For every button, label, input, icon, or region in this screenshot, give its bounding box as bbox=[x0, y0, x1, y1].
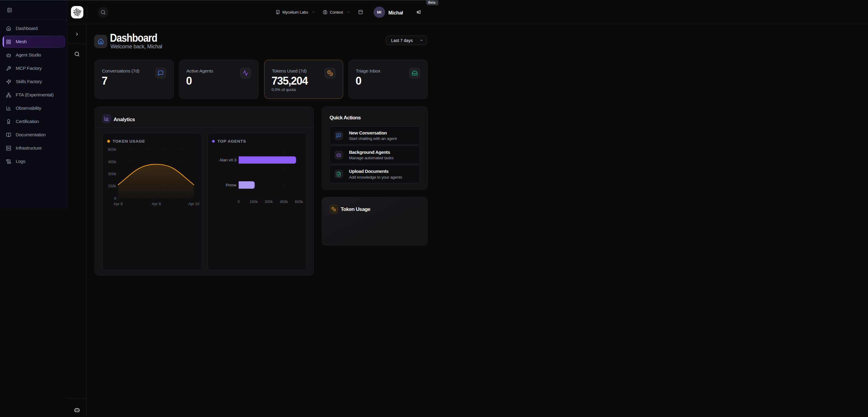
svg-text:150k: 150k bbox=[249, 200, 258, 204]
svg-text:600k: 600k bbox=[108, 147, 117, 152]
svg-text:450k: 450k bbox=[280, 200, 288, 204]
svg-text:600k: 600k bbox=[295, 200, 303, 204]
svg-text:300k: 300k bbox=[265, 200, 273, 204]
svg-text:300k: 300k bbox=[108, 172, 117, 176]
svg-text:0: 0 bbox=[114, 197, 116, 201]
svg-text:Alan v0.3: Alan v0.3 bbox=[220, 158, 237, 162]
svg-text:Apr 9: Apr 9 bbox=[152, 202, 161, 206]
svg-text:Prime: Prime bbox=[226, 183, 237, 187]
svg-text:Apr 10: Apr 10 bbox=[188, 202, 199, 206]
svg-text:150k: 150k bbox=[108, 184, 117, 188]
svg-text:Apr 8: Apr 8 bbox=[114, 202, 123, 206]
svg-text:450k: 450k bbox=[108, 160, 117, 164]
svg-text:0: 0 bbox=[238, 200, 240, 204]
